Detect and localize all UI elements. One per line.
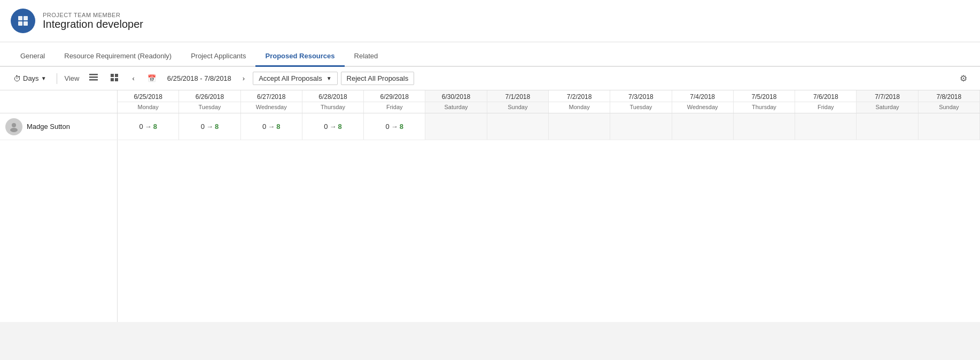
page-title: Integration developer [43,18,143,30]
value-cell-0-8 [610,113,672,140]
day-col-header-5: 6/30/2018 Saturday [425,90,487,113]
day-col-header-3: 6/28/2018 Thursday [302,90,364,113]
day-col-header-6: 7/1/2018 Sunday [487,90,549,113]
calendar-grid-wrapper: 6/25/2018 Monday 6/26/2018 Tuesday 6/27/… [0,90,980,322]
grid-header-row: 6/25/2018 Monday 6/26/2018 Tuesday 6/27/… [0,90,980,113]
day-name-4: Friday [364,102,425,113]
day-date-6: 7/1/2018 [487,90,548,102]
empty-name-col [0,140,118,322]
name-col-header [0,90,118,113]
day-name-9: Wednesday [672,102,733,113]
svg-rect-10 [115,78,118,81]
tab-general[interactable]: General [11,45,55,67]
value-cell-0-10 [734,113,795,140]
svg-rect-6 [89,79,98,81]
table-row: Madge Sutton 0 → 80 → 80 → 80 → 80 → 8 [0,113,980,140]
day-col-header-11: 7/6/2018 Friday [795,90,857,113]
tab-related[interactable]: Related [345,45,388,67]
value-cell-0-11 [795,113,857,140]
value-cell-0-1: 0 → 8 [179,113,240,140]
day-name-6: Sunday [487,102,548,113]
day-date-11: 7/6/2018 [795,90,856,102]
day-col-header-4: 6/29/2018 Friday [364,90,425,113]
empty-data-cols [118,140,980,322]
day-col-header-0: 6/25/2018 Monday [118,90,179,113]
arrow-icon: → [391,122,398,131]
day-col-header-8: 7/3/2018 Tuesday [610,90,672,113]
value-cell-0-6 [487,113,549,140]
day-date-8: 7/3/2018 [610,90,671,102]
value-cell-0-13 [919,113,980,140]
day-date-4: 6/29/2018 [364,90,425,102]
value-cell-0-5 [425,113,487,140]
tab-resource-requirement[interactable]: Resource Requirement (Readonly) [55,45,181,67]
day-date-3: 6/28/2018 [302,90,363,102]
grid-view-button[interactable] [106,71,124,86]
header-text: PROJECT TEAM MEMBER Integration develope… [43,12,143,30]
day-date-2: 6/27/2018 [241,90,302,102]
accept-dropdown-icon: ▼ [326,75,332,81]
settings-button[interactable]: ⚙ [955,71,971,86]
val-to: 8 [400,122,403,131]
list-view-button[interactable] [84,71,103,86]
val-to: 8 [338,122,341,131]
svg-rect-7 [111,74,114,77]
calendar-icon: 📅 [147,74,156,82]
value-cells-0: 0 → 80 → 80 → 80 → 80 → 8 [118,113,980,140]
day-name-12: Saturday [857,102,917,113]
svg-rect-1 [24,16,28,20]
val-from: 0 [262,122,266,131]
prev-icon: ‹ [132,74,134,82]
day-date-1: 6/26/2018 [179,90,240,102]
val-from: 0 [201,122,205,131]
day-col-header-9: 7/4/2018 Wednesday [672,90,734,113]
arrow-icon: → [145,122,152,131]
svg-rect-2 [18,21,22,26]
svg-rect-3 [24,21,28,26]
svg-point-11 [12,123,16,127]
value-cell-0-12 [857,113,918,140]
day-name-10: Thursday [734,102,795,113]
prev-button[interactable]: ‹ [127,72,139,85]
val-to: 8 [215,122,219,131]
value-cell-0-7 [549,113,610,140]
tab-project-applicants[interactable]: Project Applicants [181,45,255,67]
days-dropdown-icon: ▼ [41,75,46,81]
val-to: 8 [153,122,157,131]
reject-all-button[interactable]: Reject All Proposals [341,72,415,85]
accept-all-button[interactable]: Accept All Proposals ▼ [253,72,337,85]
day-date-13: 7/8/2018 [919,90,979,102]
day-name-0: Monday [118,102,178,113]
tabs-bar: General Resource Requirement (Readonly) … [0,42,980,67]
day-date-7: 7/2/2018 [549,90,610,102]
calendar-button[interactable]: 📅 [143,72,161,85]
day-name-2: Wednesday [241,102,302,113]
page-subtitle: PROJECT TEAM MEMBER [43,12,143,18]
days-button[interactable]: ⏱ Days ▼ [9,72,51,86]
next-icon: › [243,74,245,82]
value-cell-0-2: 0 → 8 [241,113,302,140]
arrow-icon: → [329,122,336,131]
svg-rect-0 [18,16,22,20]
data-rows-container: Madge Sutton 0 → 80 → 80 → 80 → 80 → 8 [0,113,980,140]
svg-rect-4 [89,74,98,75]
name-cell-0: Madge Sutton [0,113,118,140]
clock-icon: ⏱ [13,74,21,83]
val-to: 8 [276,122,280,131]
svg-rect-8 [115,74,118,77]
next-button[interactable]: › [238,72,250,85]
avatar [5,118,22,135]
app-icon [11,9,35,33]
arrow-icon: → [268,122,275,131]
day-name-1: Tuesday [179,102,240,113]
date-cols-header: 6/25/2018 Monday 6/26/2018 Tuesday 6/27/… [118,90,980,113]
tab-proposed-resources[interactable]: Proposed Resources [255,45,344,67]
grid-icon [111,74,119,83]
value-cell-0-3: 0 → 8 [302,113,364,140]
day-date-12: 7/7/2018 [857,90,917,102]
day-name-13: Sunday [919,102,979,113]
day-name-3: Thursday [302,102,363,113]
view-label: View [63,74,82,82]
list-icon [89,74,98,83]
day-col-header-12: 7/7/2018 Saturday [857,90,918,113]
